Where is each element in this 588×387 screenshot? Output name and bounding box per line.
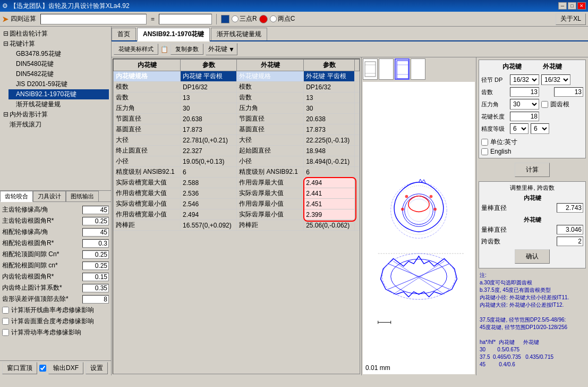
tab-gear-mesh[interactable]: 齿轮咬合 [0,191,33,202]
calc-button[interactable]: 计算 [515,163,550,177]
param-main-root-input[interactable] [82,217,109,225]
inner-pressure-select[interactable]: 30 37.5 45 [510,99,539,110]
dp-row: 径节 DP 16/32 16/32 [481,73,583,86]
output-dxf-button[interactable]: 输出DXF [48,362,83,374]
inner-keylength-input[interactable] [510,112,539,121]
meter-outer-title: 外花键 [481,216,583,224]
confirm-button[interactable]: 确认 [515,249,550,264]
precision-row: 精度等级 6 6 [481,122,583,135]
calc-result[interactable] [159,14,212,24]
checkbox-contact-input[interactable] [2,318,9,325]
inner-dp-select[interactable]: 16/32 [510,74,539,85]
outer-spline-dropdown[interactable]: 外花键 ▼ [206,43,237,55]
scroll-indicator [355,71,360,82]
window-top-button[interactable]: 窗口置顶 [2,362,37,374]
outer-precision-select[interactable]: 6 [531,123,549,134]
tab-home[interactable]: 首页 [112,28,136,40]
tab-tool-design[interactable]: 刀具设计 [33,191,66,201]
param-root-clearance-input[interactable] [82,262,109,270]
output-dxf-checkbox[interactable] [39,365,46,372]
param-label: 相配轮顶圆间隙 Cn* [2,250,59,259]
three-point-r[interactable]: 三点R [232,14,257,23]
outer-dp-select[interactable]: 16/32 [541,74,570,85]
param-mate-gear-height-input[interactable] [82,228,109,237]
round-root-label: 圆齿根 [550,100,569,109]
inner-meter-label: 量棒直径 [481,204,507,213]
calc-input[interactable] [40,14,147,24]
sidebar-item-ansib92[interactable]: ANSIB92.1-1970花键 [8,89,109,99]
checkbox-sliding-input[interactable] [2,329,9,336]
table-cell: 大径 [237,135,304,146]
param-mate-root-input[interactable] [82,239,109,248]
copy-params-button[interactable]: 复制参数 [171,44,203,55]
english-checkbox[interactable] [481,148,488,155]
tab-drawing-output[interactable]: 图纸输出 [66,191,99,201]
calc-label: 四则运算 [11,14,36,23]
sidebar-item-involute[interactable]: 渐开线花键量规 [8,99,109,110]
th-outer-spline: 外花键 [237,60,304,71]
table-cell: 22.781(0,+0.21) [181,135,237,146]
table-cell: 2.546 [181,199,237,209]
maximize-button[interactable]: □ [568,2,576,10]
sidebar-item-din5480[interactable]: DIN5480花键 [8,59,109,69]
tab-involute-gauge[interactable]: 渐开线花键量规 [211,28,267,40]
th-params1: 参数 [181,60,237,71]
two-point-c[interactable]: 两点C [270,14,295,23]
table-cell: 小径 [114,156,181,167]
tab-ansib92[interactable]: ANSIB92.1-1970花键 [137,28,210,41]
inner-teeth-input[interactable] [510,87,539,97]
main-layout: ⊟圆柱齿轮计算 ⊟花键计算 GB3478.95花键 DIN5480花键 DIN5… [0,27,588,375]
param-main-gear-height-input[interactable] [82,206,109,214]
table-cell: 基圆直径 [114,124,181,135]
param-error-removal: 齿形误差评值顶部去除* [2,293,109,305]
scroll-indicator [355,178,360,188]
table-cell: DP16/32 [304,82,355,92]
svg-rect-3 [397,61,408,79]
imperial-checkbox[interactable] [481,139,488,146]
checkbox-curvature-input[interactable] [2,307,9,314]
minimize-button[interactable]: ─ [558,2,567,10]
param-tip-clearance-input[interactable] [82,250,109,259]
sidebar-item-hob[interactable]: 渐开线滚刀 [2,120,109,130]
keylength-row: 花键长度 [481,111,583,122]
right-panel: 内花键 外花键 径节 DP 16/32 16/32 [476,57,588,375]
sidebar-item-spline[interactable]: ⊟花键计算 [2,39,109,49]
precision-label: 精度等级 [481,125,508,133]
outer-spline-title: 外花键 [543,62,562,71]
title-bar-left: ⚙ 【迅龙团队】齿轮及刀具设计验算XLa4.92 [2,2,130,11]
sidebar-item-inner-outer[interactable]: ⊟内外齿形计算 [2,110,109,120]
table-cell: 终止圆直径 [114,146,181,156]
table-cell: 小径 [237,156,304,167]
inner-precision-select[interactable]: 6 [510,123,529,134]
teeth-label: 齿数 [481,88,508,96]
span-teeth-input[interactable] [557,237,583,246]
outer-teeth-input[interactable] [554,87,583,97]
param-inner-stop-input[interactable] [82,284,109,292]
inner-meter-input[interactable] [557,203,583,213]
sidebar-item-jis[interactable]: JIS D2001-59花键 [8,79,109,89]
sidebar-item-gear[interactable]: ⊟圆柱齿轮计算 [2,29,109,39]
param-error-input[interactable] [82,295,109,304]
outer-meter-row: 量棒直径 [481,224,583,235]
outer-meter-input[interactable] [557,225,583,234]
close-button[interactable]: ✕ [577,2,586,10]
table-cell: 2.441 [304,188,355,199]
table-cell: 齿数 [114,92,181,103]
round-root-checkbox[interactable] [541,101,548,108]
arrow-icon: ➤ [2,15,8,23]
spline-style-button[interactable]: 花键美标样式 [114,44,158,55]
param-label: 内齿轮齿根圆角R* [2,272,54,281]
teeth-row: 齿数 [481,86,583,98]
table-cell: 模数 [237,82,304,92]
table-cell: 外花键 平齿根 [304,71,355,82]
param-tip-clearance: 相配轮顶圆间隙 Cn* [2,249,109,260]
sidebar-item-gb3478[interactable]: GB3478.95花键 [8,49,109,59]
about-button[interactable]: 关于XL [556,13,586,25]
sidebar-item-din5482[interactable]: DIN5482花键 [8,69,109,79]
param-label: 内齿终止圆计算系数* [2,283,62,292]
settings-button[interactable]: 设置 [86,362,108,374]
left-bottom: 齿轮咬合 刀具设计 图纸输出 主齿轮修缘高/角 主齿轮齿根圆角R* 相配轮修缘高… [0,190,111,360]
data-table[interactable]: 内花键 参数 外花键 参数 内花键规格内花键 平齿根外花键规格外花键 平齿根模数… [113,58,360,374]
table-cell: 压力角 [237,103,304,114]
param-inner-root-input[interactable] [82,273,109,281]
